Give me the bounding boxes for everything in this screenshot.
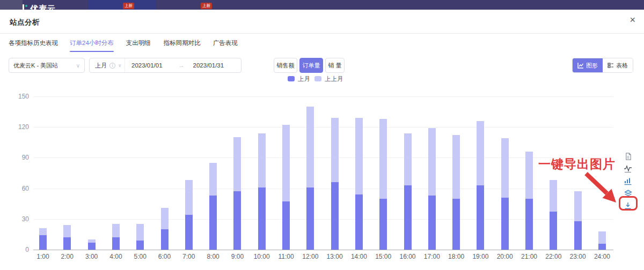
bar-previous-17:00[interactable] <box>428 128 436 196</box>
bar-previous-8:00[interactable] <box>209 163 217 196</box>
stacked-bar-chart: 03060901201501:002:003:004:005:006:007:0… <box>0 10 644 270</box>
bar-current-17:00[interactable] <box>428 196 436 250</box>
bar-previous-16:00[interactable] <box>404 133 412 185</box>
bar-previous-7:00[interactable] <box>185 180 193 215</box>
bar-chart-icon[interactable] <box>623 176 633 185</box>
x-axis-label: 15:00 <box>371 253 395 260</box>
y-axis-label: 60 <box>13 185 29 192</box>
x-axis-label: 23:00 <box>566 253 590 260</box>
gridline-0 <box>33 250 613 250</box>
bar-current-22:00[interactable] <box>550 212 557 250</box>
bar-previous-12:00[interactable] <box>306 107 314 188</box>
x-axis-label: 17:00 <box>420 253 444 260</box>
gridline-150 <box>33 96 613 97</box>
gridline-120 <box>33 127 613 128</box>
active-nav-item[interactable] <box>88 0 156 10</box>
x-axis-label: 4:00 <box>104 253 128 260</box>
bar-previous-24:00[interactable] <box>598 231 606 244</box>
top-nav-bar: 优麦云 上新 上新 <box>0 0 644 10</box>
y-axis-label: 30 <box>13 215 29 223</box>
bar-previous-3:00[interactable] <box>88 239 96 243</box>
y-axis-label: 120 <box>13 123 29 131</box>
x-axis-label: 3:00 <box>80 253 104 260</box>
bar-current-20:00[interactable] <box>501 198 509 250</box>
x-axis-label: 8:00 <box>201 253 225 260</box>
bar-previous-18:00[interactable] <box>452 135 460 198</box>
bar-current-1:00[interactable] <box>39 235 47 250</box>
line-chart-icon[interactable] <box>623 164 633 173</box>
x-axis-label: 6:00 <box>153 253 177 260</box>
new-badge-2: 上新 <box>201 3 212 9</box>
x-axis-label: 21:00 <box>517 253 541 260</box>
bar-current-9:00[interactable] <box>233 191 241 250</box>
bar-current-8:00[interactable] <box>209 196 217 250</box>
new-badge-1: 上新 <box>123 3 134 9</box>
bar-current-15:00[interactable] <box>379 199 387 250</box>
x-axis-label: 20:00 <box>493 253 517 260</box>
bar-previous-9:00[interactable] <box>233 137 241 191</box>
bar-previous-21:00[interactable] <box>525 152 533 199</box>
x-axis-label: 19:00 <box>469 253 492 260</box>
x-axis-label: 12:00 <box>298 253 322 260</box>
x-axis-label: 9:00 <box>225 253 249 260</box>
bar-previous-6:00[interactable] <box>161 208 169 229</box>
x-axis-label: 24:00 <box>590 253 614 260</box>
x-axis-label: 16:00 <box>396 253 420 260</box>
bar-current-23:00[interactable] <box>574 221 582 250</box>
x-axis-label: 13:00 <box>323 253 347 260</box>
bar-previous-5:00[interactable] <box>136 224 144 241</box>
bar-previous-10:00[interactable] <box>258 133 266 188</box>
bar-current-18:00[interactable] <box>452 199 460 250</box>
bar-current-3:00[interactable] <box>88 243 96 250</box>
x-axis-label: 7:00 <box>177 253 201 260</box>
y-axis-label: 150 <box>13 93 29 100</box>
bar-previous-15:00[interactable] <box>379 119 387 199</box>
annotation-arrow <box>581 169 619 214</box>
bar-current-19:00[interactable] <box>477 185 484 250</box>
bar-current-14:00[interactable] <box>355 194 363 250</box>
bar-previous-22:00[interactable] <box>550 180 557 212</box>
bar-current-16:00[interactable] <box>404 185 412 250</box>
bar-current-12:00[interactable] <box>306 188 314 250</box>
bar-current-24:00[interactable] <box>598 244 606 250</box>
bar-previous-11:00[interactable] <box>282 125 290 201</box>
bar-previous-20:00[interactable] <box>501 138 509 198</box>
bar-previous-13:00[interactable] <box>331 118 339 182</box>
x-axis-label: 22:00 <box>541 253 565 260</box>
bar-previous-19:00[interactable] <box>477 121 484 185</box>
y-axis-label: 90 <box>13 154 29 161</box>
x-axis-label: 5:00 <box>128 253 152 260</box>
bar-previous-14:00[interactable] <box>355 118 363 194</box>
bar-previous-4:00[interactable] <box>112 224 120 237</box>
x-axis-label: 11:00 <box>274 253 298 260</box>
bar-current-7:00[interactable] <box>185 215 193 250</box>
x-axis-label: 18:00 <box>444 253 468 260</box>
bar-current-13:00[interactable] <box>331 182 339 250</box>
bar-current-5:00[interactable] <box>136 241 144 250</box>
logo-icon <box>21 4 28 10</box>
logo-text: 优麦云 <box>30 4 56 10</box>
bar-current-4:00[interactable] <box>112 237 120 250</box>
sidebar-stub <box>0 0 23 10</box>
bar-current-6:00[interactable] <box>161 229 169 250</box>
bar-current-21:00[interactable] <box>525 199 533 250</box>
x-axis-label: 2:00 <box>55 253 79 260</box>
bar-previous-1:00[interactable] <box>39 228 47 235</box>
bar-current-2:00[interactable] <box>63 237 71 250</box>
y-axis-label: 0 <box>13 246 29 253</box>
bar-current-10:00[interactable] <box>258 188 266 250</box>
document-icon[interactable] <box>623 152 633 161</box>
x-axis-label: 14:00 <box>347 253 371 260</box>
bar-current-11:00[interactable] <box>282 201 290 250</box>
x-axis-label: 10:00 <box>250 253 274 260</box>
x-axis-label: 1:00 <box>31 253 55 260</box>
bar-previous-2:00[interactable] <box>63 225 71 237</box>
site-analysis-modal: 站点分析 × 各项指标历史表现订单24小时分布支出明细指标同期对比广告表现 优麦… <box>0 10 644 270</box>
annotation-highlight-box <box>619 196 638 211</box>
